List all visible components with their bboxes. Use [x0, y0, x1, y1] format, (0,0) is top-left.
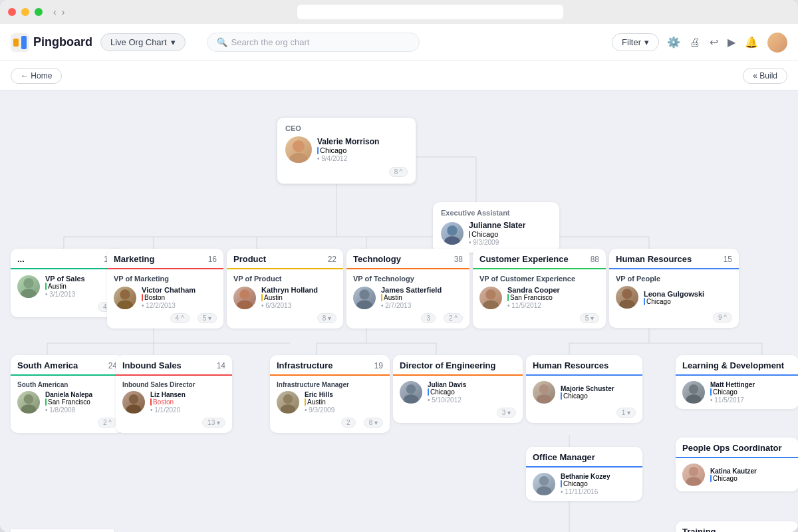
dept-product-name: Product	[233, 254, 266, 264]
technology-expand-left[interactable]: 3	[421, 313, 436, 323]
infra-expand-left[interactable]: 2	[341, 418, 356, 428]
dept-customer-name: Customer Experience	[479, 254, 569, 264]
nav-forward-button[interactable]: ›	[62, 7, 65, 17]
dept-eng-header: Director of Engineering	[393, 355, 523, 376]
dept-marketing-card[interactable]: Marketing 16 VP of Marketing Victor Chat…	[107, 249, 223, 329]
dept-infra-body: Infrastructure Manager Eric Hills Austin…	[270, 376, 390, 433]
svg-point-34	[120, 289, 130, 299]
dept-sales-header: Inbound Sales 14	[116, 355, 232, 376]
chart-area[interactable]: CEO Valerie Morrison Chicago • 9/4/2012	[0, 90, 798, 532]
search-bar[interactable]: 🔍 Search the org chart	[207, 33, 420, 52]
dept-eng-body: Julian Davis Chicago • 5/10/2012 3 ▾	[393, 376, 523, 423]
svg-point-55	[686, 394, 701, 403]
svg-point-45	[21, 404, 36, 413]
dept-customer-card[interactable]: Customer Experience 88 VP of Customer Ex…	[473, 249, 606, 329]
svg-point-35	[117, 300, 133, 309]
svg-point-29	[289, 153, 308, 163]
marketing-expand-left[interactable]: 4 ^	[170, 313, 190, 323]
ea-date: • 9/3/2009	[469, 239, 551, 246]
url-bar	[297, 5, 563, 19]
hr-dept-expand[interactable]: 1 ▾	[616, 408, 636, 418]
ceo-card[interactable]: CEO Valerie Morrison Chicago • 9/4/2012	[277, 117, 416, 184]
dept-om-header: Office Manager	[526, 447, 642, 467]
svg-point-47	[126, 404, 141, 413]
dept-people-ops-card[interactable]: People Ops Coordinator Katina Kautzer Ch…	[676, 438, 798, 491]
dept-technology-role: VP of Technology	[353, 275, 463, 283]
build-button[interactable]: « Build	[743, 68, 787, 84]
dept-infrastructure-card[interactable]: Infrastructure 19 Infrastructure Manager…	[270, 355, 390, 433]
dept-product-card[interactable]: Product 22 VP of Product Kathryn Holland	[227, 249, 343, 329]
nav-back-button[interactable]: ‹	[53, 7, 57, 17]
dept-technology-count: 38	[454, 255, 463, 264]
svg-point-42	[622, 289, 632, 299]
eng-expand[interactable]: 3 ▾	[497, 408, 516, 418]
ea-location-text: Chicago	[471, 230, 498, 238]
bell-icon[interactable]: 🔔	[745, 36, 758, 49]
infra-expand-right[interactable]: 8 ▾	[364, 418, 383, 428]
hr-expand[interactable]: 9 ^	[713, 313, 732, 323]
dept-sa-header: South America 24	[11, 355, 124, 376]
minimize-button[interactable]	[21, 8, 29, 16]
print-icon[interactable]: 🖨	[690, 37, 700, 49]
dept-technology-card[interactable]: Technology 38 VP of Technology James Sat…	[346, 249, 469, 329]
filter-button[interactable]: Filter ▾	[612, 33, 659, 51]
ceo-date: • 9/4/2012	[317, 155, 408, 162]
dept-training-card[interactable]: Training Nelly Cummings Remote	[676, 521, 798, 532]
dept-people-ops-body: Katina Kautzer Chicago	[676, 458, 798, 491]
nav-arrows: ‹ ›	[53, 7, 65, 17]
dept-marketing-count: 16	[208, 255, 217, 264]
dept-hr-card[interactable]: Human Resources 15 VP of People Leona Gu…	[609, 249, 739, 328]
dept-sales-name: Inbound Sales	[122, 360, 182, 370]
dept-hr-header: Human Resources 15	[609, 249, 739, 269]
dept-inbound-sales-card[interactable]: Inbound Sales 14 Inbound Sales Director …	[116, 355, 232, 433]
user-avatar[interactable]	[767, 33, 787, 53]
dept-central-america-partial[interactable]: ager - Central America esar Pliego San F…	[11, 529, 114, 532]
dept-product-count: 22	[328, 255, 336, 264]
dept-engineering-card[interactable]: Director of Engineering Julian Davis Chi…	[393, 355, 523, 423]
product-expand[interactable]: 8 ▾	[317, 313, 336, 323]
svg-point-31	[444, 236, 460, 245]
ea-card[interactable]: Executive Assistant Julianne Slater Chic…	[433, 202, 559, 253]
ea-avatar	[441, 222, 464, 245]
chart-canvas: CEO Valerie Morrison Chicago • 9/4/2012	[11, 104, 782, 532]
dept-product-body: VP of Product Kathryn Holland Austin • 6…	[227, 269, 343, 329]
customer-vp-avatar	[479, 287, 502, 309]
play-icon[interactable]: ▶	[728, 36, 735, 49]
close-button[interactable]	[8, 8, 16, 16]
svg-point-49	[281, 404, 295, 413]
view-label: Live Org Chart	[110, 37, 167, 47]
sa-expand[interactable]: 2 ^	[98, 418, 117, 428]
search-icon: 🔍	[217, 37, 227, 47]
sales-expand[interactable]: 13 ▾	[202, 418, 225, 428]
dept-hr-name: Human Resources	[616, 254, 692, 264]
eng-avatar	[400, 381, 422, 404]
view-selector[interactable]: Live Org Chart ▾	[100, 33, 186, 51]
settings-icon[interactable]: ⚙️	[667, 36, 680, 49]
dept-technology-body: VP of Technology James Satterfield Austi…	[346, 269, 469, 329]
dept-south-america-card[interactable]: South America 24 South American Daniela …	[11, 355, 124, 433]
svg-point-33	[21, 289, 37, 298]
svg-point-30	[447, 225, 457, 235]
dept-office-manager-card[interactable]: Office Manager Bethanie Kozey Chicago	[526, 447, 642, 501]
ceo-info: Valerie Morrison Chicago • 9/4/2012	[317, 137, 408, 162]
hr-vp-avatar	[616, 286, 638, 309]
ceo-footer: 8 ^	[285, 167, 408, 177]
header-icons: ⚙️ 🖨 ↩ ▶ 🔔	[667, 33, 787, 53]
hr-dept-avatar	[533, 381, 555, 404]
dept-eng-name: Director of Engineering	[400, 360, 495, 370]
customer-expand[interactable]: 5 ▾	[580, 313, 599, 323]
ceo-expand-button[interactable]: 8 ^	[389, 167, 408, 177]
share-icon[interactable]: ↩	[710, 36, 718, 49]
home-button[interactable]: ← Home	[11, 68, 62, 84]
maximize-button[interactable]	[35, 8, 43, 16]
marketing-vp-avatar	[114, 287, 136, 309]
svg-point-37	[237, 300, 253, 309]
marketing-expand-right[interactable]: 5 ▾	[198, 313, 217, 323]
svg-point-41	[483, 300, 499, 309]
dept-learning-card[interactable]: Learning & Development Matt Hettinger Ch…	[676, 355, 798, 409]
dept-hr-dept-card[interactable]: Human Resources Majorie Schuster Chicago	[526, 355, 642, 423]
technology-expand-right[interactable]: 2 ^	[444, 313, 463, 323]
view-arrow-icon: ▾	[171, 37, 176, 47]
dept-learning-header: Learning & Development	[676, 355, 798, 376]
svg-point-57	[537, 486, 551, 495]
